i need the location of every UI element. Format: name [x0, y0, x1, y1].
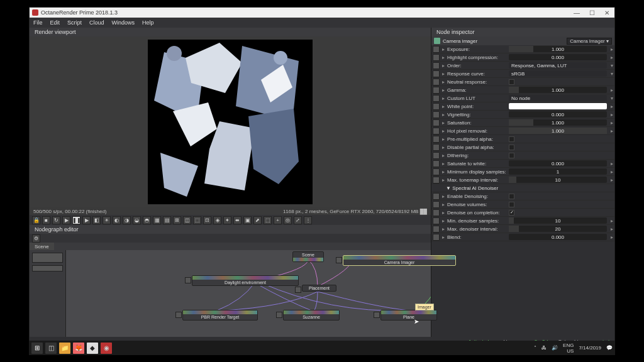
link-icon[interactable]: ▸ [441, 63, 446, 69]
prop-select[interactable]: No node [509, 95, 607, 101]
chevron-right-icon[interactable]: ▸ [609, 128, 614, 134]
prop-icon[interactable] [433, 119, 440, 126]
prop-icon[interactable] [433, 193, 440, 200]
start-button[interactable]: ⊞ [31, 343, 43, 354]
prop-icon[interactable] [433, 201, 440, 208]
prop-slider[interactable]: 10 [509, 217, 607, 224]
prop-icon[interactable] [433, 168, 440, 175]
menu-cloud[interactable]: Cloud [89, 19, 104, 26]
prop-icon[interactable] [433, 226, 440, 233]
link-icon[interactable]: ▸ [441, 136, 446, 142]
prop-slider[interactable]: 0.000 [509, 54, 607, 60]
tray-chevron-icon[interactable]: ˄ [534, 345, 536, 351]
prop-icon[interactable] [433, 87, 440, 94]
prop-slider[interactable]: 1 [509, 168, 607, 175]
tool-icon[interactable]: ▦ [153, 216, 161, 224]
link-icon[interactable]: ▸ [441, 169, 446, 175]
reload-button[interactable]: ↻ [52, 216, 60, 224]
prop-icon[interactable] [433, 234, 440, 241]
link-icon[interactable]: ▸ [441, 120, 446, 126]
ng-tool-icon[interactable]: ⚙ [32, 234, 40, 243]
link-icon[interactable]: ▸ [441, 145, 446, 150]
prop-icon[interactable] [433, 54, 440, 61]
link-icon[interactable]: ▸ [441, 194, 446, 199]
menu-help[interactable]: Help [142, 19, 154, 26]
chevron-right-icon[interactable]: ▸ [609, 161, 614, 167]
prop-slider[interactable]: 0.000 [509, 111, 607, 118]
tray-date[interactable]: 7/14/2019 [579, 345, 601, 351]
chevron-right-icon[interactable]: ▸ [609, 112, 614, 118]
prop-checkbox[interactable] [509, 201, 612, 207]
tool-icon[interactable]: ◐ [113, 216, 121, 224]
tool-icon[interactable]: ◈ [213, 216, 221, 224]
tray-volume-icon[interactable]: 🔊 [552, 345, 558, 351]
link-icon[interactable]: ▸ [441, 153, 446, 158]
link-icon[interactable]: ▸ [441, 87, 446, 93]
tool-icon[interactable]: ⬚ [193, 216, 201, 224]
node-placement[interactable]: Placement [302, 285, 336, 292]
prop-icon[interactable] [433, 46, 440, 53]
tray-notification-icon[interactable]: 💬 [606, 345, 613, 351]
link-icon[interactable]: ▸ [441, 79, 446, 85]
prop-icon[interactable] [433, 128, 440, 134]
taskview-icon[interactable]: ◫ [45, 343, 57, 354]
tool-icon[interactable]: ⬌ [233, 216, 242, 224]
windows-taskbar[interactable]: ⊞ ◫ 📁 🦊 ◆ ◉ ˄ 🖧 🔊 ENG US 7/14/2019 💬 [29, 341, 615, 355]
prop-slider[interactable]: 1.000 [509, 46, 607, 52]
chevron-down-icon[interactable]: ▾ [609, 96, 614, 101]
tool-icon[interactable]: ◒ [133, 216, 141, 224]
link-icon[interactable]: ▸ [441, 96, 446, 101]
link-icon[interactable]: ▸ [441, 47, 446, 52]
prop-icon[interactable] [433, 209, 440, 216]
stop-button[interactable]: ■ [42, 216, 50, 224]
cube-icon[interactable]: ⬚ [264, 216, 272, 224]
prop-icon[interactable] [433, 144, 440, 151]
link-icon[interactable]: ▸ [441, 104, 446, 109]
prop-checkbox[interactable] [509, 193, 612, 199]
prop-slider[interactable]: 10 [509, 177, 607, 183]
prop-checkbox[interactable] [509, 152, 612, 158]
menu-file[interactable]: File [33, 19, 43, 26]
link-icon[interactable]: ▸ [441, 234, 446, 240]
menu-edit[interactable]: Edit [50, 19, 60, 26]
tool-icon[interactable]: ◓ [143, 216, 151, 224]
prop-icon[interactable] [433, 79, 440, 85]
tool-icon[interactable]: ✦ [223, 216, 231, 224]
prop-icon[interactable] [433, 103, 440, 110]
link-icon[interactable]: ▸ [441, 55, 446, 60]
prop-icon[interactable] [433, 95, 440, 102]
prop-color[interactable] [509, 103, 607, 109]
node-suzanne[interactable]: Suzanne [283, 310, 340, 321]
unity-icon[interactable]: ◆ [87, 343, 98, 354]
link-icon[interactable]: ▸ [441, 112, 446, 118]
ng-thumb[interactable] [32, 253, 63, 263]
prop-slider[interactable]: 1.000 [509, 128, 607, 134]
plus-icon[interactable]: + [274, 216, 282, 224]
record-button[interactable]: ▶ [82, 216, 91, 224]
expand-icon[interactable]: ⤢ [294, 216, 302, 224]
prop-checkbox[interactable] [509, 136, 612, 142]
chevron-down-icon[interactable]: ▾ [609, 63, 614, 69]
tool-icon[interactable]: ⊡ [203, 216, 211, 224]
explorer-icon[interactable]: 📁 [59, 343, 70, 354]
titlebar[interactable]: OctaneRender Prime 2018.1.3 — ☐ ✕ [30, 8, 614, 18]
prop-checkbox[interactable]: ✓ [509, 209, 612, 216]
chevron-right-icon[interactable]: ▸ [609, 87, 614, 93]
node-camera-imager[interactable]: Camera Imager [343, 255, 456, 266]
tool-icon[interactable]: ▣ [243, 216, 252, 224]
chevron-right-icon[interactable]: ▸ [609, 104, 614, 109]
chevron-right-icon[interactable]: ▸ [609, 218, 614, 224]
menu-windows[interactable]: Windows [112, 19, 135, 26]
tool-icon[interactable]: ⊞ [173, 216, 181, 224]
tray-network-icon[interactable]: 🖧 [541, 345, 547, 351]
link-icon[interactable]: ▸ [441, 71, 446, 77]
prop-icon[interactable] [433, 217, 440, 224]
node-scene[interactable]: Scene [292, 251, 324, 262]
maximize-button[interactable]: ☐ [584, 9, 599, 16]
chevron-right-icon[interactable]: ▸ [609, 55, 614, 60]
menu-script[interactable]: Script [67, 19, 82, 26]
node-render-target[interactable]: PBR Render Target [182, 310, 258, 321]
link-icon[interactable]: ▸ [441, 226, 446, 232]
firefox-icon[interactable]: 🦊 [73, 343, 84, 354]
prop-slider[interactable]: 1.000 [509, 87, 607, 93]
